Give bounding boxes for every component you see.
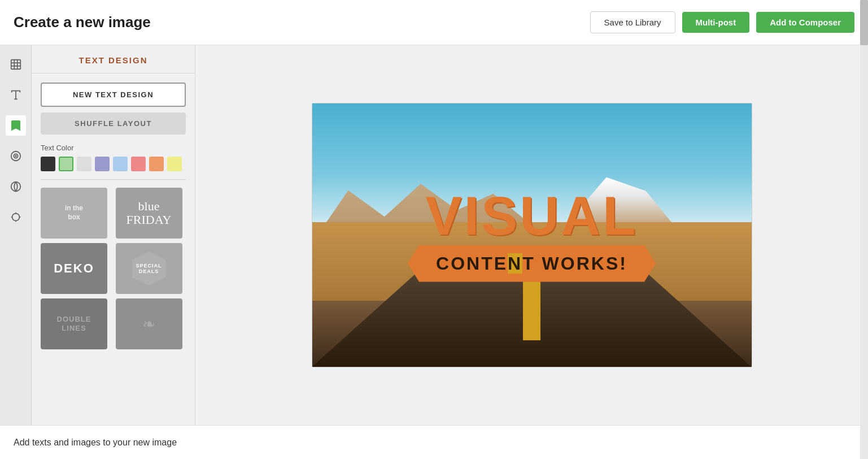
svg-point-11 bbox=[12, 214, 19, 221]
color-swatch-green[interactable] bbox=[59, 157, 73, 171]
shuffle-layout-button[interactable]: SHUFFLE LAYOUT bbox=[41, 112, 186, 135]
svg-point-9 bbox=[15, 155, 16, 157]
save-to-library-button[interactable]: Save to Library bbox=[590, 11, 675, 33]
design-card-blue-friday-label: blueFRIDAY bbox=[127, 200, 172, 227]
multipost-button[interactable]: Multi-post bbox=[682, 12, 750, 33]
main-content: TEXT DESIGN NEW TEXT DESIGN SHUFFLE LAYO… bbox=[0, 45, 868, 425]
bookmark-icon[interactable] bbox=[6, 115, 26, 136]
crop-icon[interactable] bbox=[6, 54, 26, 75]
layers-icon[interactable] bbox=[6, 146, 26, 166]
design-card-deko-label: DEKO bbox=[54, 261, 94, 276]
design-card-floral[interactable]: ❧ bbox=[116, 298, 182, 349]
panel-body: NEW TEXT DESIGN SHUFFLE LAYOUT Text Colo… bbox=[32, 73, 195, 425]
add-to-composer-button[interactable]: Add to Composer bbox=[756, 12, 854, 33]
design-card-blue-friday[interactable]: blueFRIDAY bbox=[116, 188, 182, 239]
magic-icon[interactable] bbox=[6, 207, 26, 227]
text-color-label: Text Color bbox=[41, 144, 186, 152]
color-swatch-orange[interactable] bbox=[149, 157, 164, 171]
page-scrollbar-thumb[interactable] bbox=[860, 0, 868, 45]
canvas-area: VISUAL CONTENT WORKS! bbox=[195, 45, 868, 425]
design-card-inthebox-label: in thebox bbox=[65, 204, 83, 222]
bottom-bar: Add texts and images to your new image bbox=[0, 425, 868, 459]
color-swatch-light-gray[interactable] bbox=[77, 157, 91, 171]
design-card-special-deals-label: SPECIALDEALS bbox=[136, 263, 162, 274]
header-actions: Save to Library Multi-post Add to Compos… bbox=[590, 11, 854, 33]
page-scrollbar[interactable] bbox=[860, 0, 868, 459]
color-swatch-purple[interactable] bbox=[95, 157, 110, 171]
design-card-double-lines-label: DOUBLELINES bbox=[57, 315, 91, 332]
design-grid: in thebox blueFRIDAY DEKO SPECIALDEALS bbox=[41, 188, 186, 358]
road-line bbox=[523, 248, 540, 340]
header: Create a new image Save to Library Multi… bbox=[0, 0, 868, 45]
design-card-double-lines[interactable]: DOUBLELINES bbox=[41, 298, 107, 349]
svg-point-10 bbox=[11, 182, 20, 192]
design-card-inthebox[interactable]: in thebox bbox=[41, 188, 107, 239]
color-swatch-light-blue[interactable] bbox=[113, 157, 128, 171]
sticker-icon[interactable] bbox=[6, 176, 26, 197]
color-swatches bbox=[41, 157, 186, 180]
icon-sidebar bbox=[0, 45, 32, 425]
design-card-floral-label: ❧ bbox=[142, 315, 155, 334]
page-title: Create a new image bbox=[14, 14, 151, 31]
canvas-background bbox=[312, 103, 752, 367]
color-swatch-pink[interactable] bbox=[131, 157, 146, 171]
color-swatch-black[interactable] bbox=[41, 157, 55, 171]
canvas-wrapper[interactable]: VISUAL CONTENT WORKS! bbox=[312, 103, 752, 367]
design-card-special-deals-shape: SPECIALDEALS bbox=[132, 252, 166, 285]
text-design-panel: TEXT DESIGN NEW TEXT DESIGN SHUFFLE LAYO… bbox=[32, 45, 195, 425]
bottom-bar-text: Add texts and images to your new image bbox=[14, 438, 177, 448]
color-swatch-yellow[interactable] bbox=[167, 157, 182, 171]
svg-rect-0 bbox=[11, 60, 20, 70]
text-icon[interactable] bbox=[6, 85, 26, 105]
design-card-special-deals[interactable]: SPECIALDEALS bbox=[116, 243, 182, 294]
design-card-deko[interactable]: DEKO bbox=[41, 243, 107, 294]
new-text-design-button[interactable]: NEW TEXT DESIGN bbox=[41, 83, 186, 107]
mountain-snow bbox=[553, 177, 685, 223]
panel-title: TEXT DESIGN bbox=[32, 45, 195, 73]
